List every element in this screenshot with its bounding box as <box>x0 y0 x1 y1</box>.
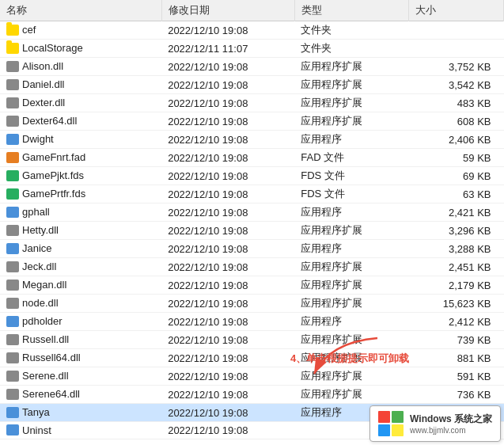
file-size-cell: 15,623 KB <box>408 295 503 313</box>
table-row[interactable]: GamePrtfr.fds2022/12/10 19:08FDS 文件63 KB <box>0 185 504 203</box>
file-type-cell: 应用程序扩展 <box>294 58 408 76</box>
table-row[interactable]: LocalStorage2022/12/11 11:07文件夹 <box>0 40 504 58</box>
file-name-cell: Russell64.dll <box>0 349 161 367</box>
file-date-cell: 2022/12/10 19:08 <box>161 367 294 386</box>
file-name-cell: Serene.dll <box>0 367 161 386</box>
table-row[interactable]: Dexter.dll2022/12/10 19:08应用程序扩展483 KB <box>0 94 504 112</box>
file-type-cell: FDS 文件 <box>294 185 408 203</box>
file-type-cell: 应用程序 <box>294 131 408 149</box>
file-date-cell: 2022/12/10 19:08 <box>161 422 294 439</box>
file-name-label: gphall <box>22 206 50 218</box>
file-name-label: pdholder <box>22 315 63 327</box>
file-type-cell: 应用程序扩展 <box>294 222 408 240</box>
file-date-cell: 2022/12/11 11:07 <box>161 40 294 58</box>
file-size-cell: 2,421 KB <box>408 203 503 222</box>
file-name-cell: pdholder <box>0 313 161 331</box>
file-name-label: Megan.dll <box>22 279 66 291</box>
dll-icon <box>6 79 19 90</box>
dll-icon <box>6 371 19 382</box>
table-row[interactable]: Jeck.dll2022/12/10 19:08应用程序扩展2,451 KB <box>0 258 504 276</box>
file-name-label: node.dll <box>22 297 59 309</box>
file-name-label: GamePjkt.fds <box>22 169 84 181</box>
table-row[interactable]: gphall2022/12/10 19:08应用程序2,421 KB <box>0 203 504 222</box>
table-row[interactable]: pdholder2022/12/10 19:08应用程序2,412 KB <box>0 313 504 331</box>
file-date-cell: 2022/12/10 19:08 <box>161 313 294 331</box>
table-row[interactable]: GameFnrt.fad2022/12/10 19:08FAD 文件59 KB <box>0 149 504 167</box>
file-size-cell: 3,752 KB <box>408 58 503 76</box>
folder-icon <box>6 43 19 54</box>
exe-icon <box>6 407 19 418</box>
file-size-cell: 736 KB <box>408 386 503 404</box>
table-row[interactable]: Janice2022/12/10 19:08应用程序3,288 KB <box>0 240 504 258</box>
file-type-cell: 应用程序扩展 <box>294 349 408 367</box>
col-header-date[interactable]: 修改日期 <box>161 0 294 21</box>
table-row[interactable]: Hetty.dll2022/12/10 19:08应用程序扩展3,296 KB <box>0 222 504 240</box>
file-name-label: Daniel.dll <box>22 78 64 90</box>
fds-icon <box>6 188 19 200</box>
file-size-cell: 63 KB <box>408 185 503 203</box>
file-size-cell: 69 KB <box>408 167 503 185</box>
file-size-cell <box>408 404 503 422</box>
file-name-cell: Tanya <box>0 404 161 422</box>
file-name-cell: Dexter.dll <box>0 94 161 112</box>
file-date-cell: 2022/12/10 19:08 <box>161 112 294 131</box>
dll-icon <box>6 116 19 127</box>
table-row[interactable]: node.dll2022/12/10 19:08应用程序扩展15,623 KB <box>0 295 504 313</box>
col-header-name[interactable]: 名称 <box>0 0 161 21</box>
table-row[interactable]: GamePjkt.fds2022/12/10 19:08FDS 文件69 KB <box>0 167 504 185</box>
file-type-cell: 应用程序扩展 <box>294 331 408 349</box>
file-name-label: Dwight <box>22 133 54 145</box>
file-date-cell: 2022/12/10 19:08 <box>161 276 294 295</box>
fad-icon <box>6 152 19 163</box>
table-row[interactable]: Daniel.dll2022/12/10 19:08应用程序扩展3,542 KB <box>0 76 504 94</box>
table-row[interactable]: Serene64.dll2022/12/10 19:08应用程序扩展736 KB <box>0 386 504 404</box>
file-size-cell: 483 KB <box>408 94 503 112</box>
col-header-size[interactable]: 大小 <box>408 0 503 21</box>
file-name-label: Russell64.dll <box>22 352 81 363</box>
dll-icon <box>6 298 19 309</box>
file-name-label: Jeck.dll <box>22 261 56 272</box>
file-size-cell: 59 KB <box>408 149 503 167</box>
file-type-cell: 应用程序 <box>294 404 408 422</box>
table-row[interactable]: Russell.dll2022/12/10 19:08应用程序扩展739 KB <box>0 331 504 349</box>
file-name-cell: node.dll <box>0 295 161 313</box>
table-row[interactable]: cef2022/12/10 19:08文件夹 <box>0 21 504 40</box>
file-name-label: GameFnrt.fad <box>22 151 85 163</box>
file-name-cell: Alison.dll <box>0 58 161 76</box>
table-row[interactable]: Megan.dll2022/12/10 19:08应用程序扩展2,179 KB <box>0 276 504 295</box>
file-type-cell: 应用程序扩展 <box>294 295 408 313</box>
file-date-cell: 2022/12/10 19:08 <box>161 94 294 112</box>
file-type-cell: FAD 文件 <box>294 149 408 167</box>
table-row[interactable]: Tanya2022/12/10 19:08应用程序 <box>0 404 504 422</box>
file-type-cell: 文件夹 <box>294 40 408 58</box>
file-size-cell <box>408 422 503 439</box>
col-header-type[interactable]: 类型 <box>294 0 408 21</box>
file-date-cell: 2022/12/10 19:08 <box>161 386 294 404</box>
file-name-label: Dexter.dll <box>22 97 65 108</box>
file-name-cell: Serene64.dll <box>0 386 161 404</box>
file-type-cell: 应用程序扩展 <box>294 367 408 386</box>
file-size-cell: 591 KB <box>408 367 503 386</box>
table-row[interactable]: Alison.dll2022/12/10 19:08应用程序扩展3,752 KB <box>0 58 504 76</box>
exe-icon <box>6 207 19 218</box>
file-name-label: Janice <box>22 242 52 254</box>
file-name-cell: LocalStorage <box>0 40 161 58</box>
file-size-cell: 881 KB <box>408 349 503 367</box>
table-row[interactable]: Serene.dll2022/12/10 19:08应用程序扩展591 KB <box>0 367 504 386</box>
table-row[interactable]: Uninst2022/12/10 19:08 <box>0 422 504 439</box>
file-date-cell: 2022/12/10 19:08 <box>161 258 294 276</box>
table-row[interactable]: Russell64.dll2022/12/10 19:08应用程序扩展881 K… <box>0 349 504 367</box>
table-row[interactable]: Dexter64.dll2022/12/10 19:08应用程序扩展608 KB <box>0 112 504 131</box>
table-header-row[interactable]: 名称 修改日期 类型 大小 <box>0 0 504 21</box>
file-date-cell: 2022/12/10 19:08 <box>161 349 294 367</box>
file-type-cell: 应用程序扩展 <box>294 386 408 404</box>
file-name-cell: Russell.dll <box>0 331 161 349</box>
file-name-cell: Megan.dll <box>0 276 161 295</box>
file-type-cell: 应用程序扩展 <box>294 94 408 112</box>
file-date-cell: 2022/12/10 19:08 <box>161 222 294 240</box>
file-size-cell: 3,288 KB <box>408 240 503 258</box>
fds-icon <box>6 170 19 181</box>
file-size-cell: 608 KB <box>408 112 503 131</box>
table-row[interactable]: Dwight2022/12/10 19:08应用程序2,406 KB <box>0 131 504 149</box>
file-date-cell: 2022/12/10 19:08 <box>161 21 294 40</box>
